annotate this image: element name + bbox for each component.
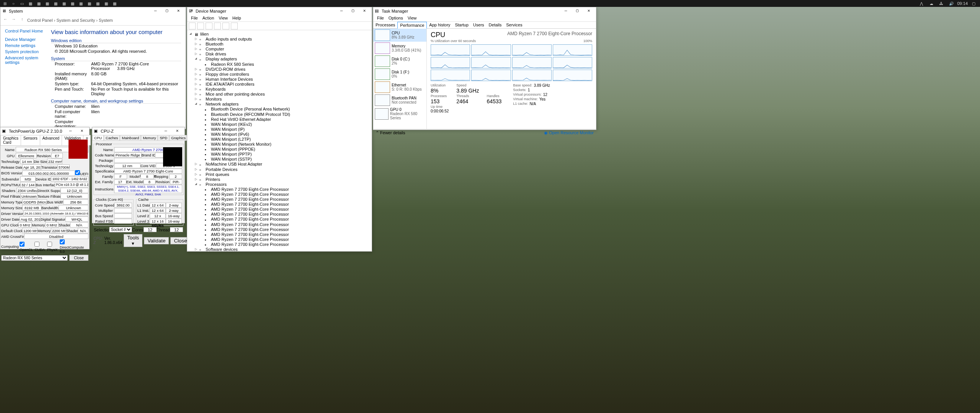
app-icon[interactable]: ▦: [52, 0, 59, 7]
tree-category[interactable]: ▫Disk drives: [194, 52, 370, 57]
tree-category[interactable]: ▫Software devices: [194, 247, 370, 251]
minimize-button[interactable]: —: [160, 127, 172, 135]
maximize-button[interactable]: ▢: [572, 7, 583, 15]
tree-category[interactable]: ▫Keyboards: [194, 87, 370, 92]
close-button[interactable]: ✕: [76, 127, 88, 135]
tree-category[interactable]: ▫DVD/CD-ROM drives: [194, 67, 370, 72]
sidebar-link[interactable]: Advanced system settings: [2, 55, 45, 65]
tree-item[interactable]: ▪AMD Ryzen 7 2700 Eight-Core Processor: [194, 187, 370, 192]
tool-icon[interactable]: [214, 23, 221, 29]
tree-category[interactable]: ▫IDE ATA/ATAPI controllers: [194, 82, 370, 87]
tab-cpu[interactable]: CPU: [92, 135, 104, 141]
tree-item[interactable]: ▪AMD Ryzen 7 2700 Eight-Core Processor: [194, 222, 370, 227]
minimize-button[interactable]: —: [560, 7, 572, 15]
app-icon[interactable]: ▦: [69, 0, 75, 7]
notifications-icon[interactable]: ▢: [970, 0, 977, 7]
app-icon[interactable]: ▦: [78, 0, 84, 7]
tree-category[interactable]: ▫Network adapters: [194, 102, 370, 107]
perf-side-d0[interactable]: Disk 0 (C:)2%: [373, 55, 426, 68]
tree-item[interactable]: ▪AMD Ryzen 7 2700 Eight-Core Processor: [194, 212, 370, 217]
tree-item[interactable]: ▪AMD Ryzen 7 2700 Eight-Core Processor: [194, 232, 370, 237]
back-icon[interactable]: ←: [2, 17, 9, 24]
minimize-button[interactable]: —: [65, 127, 76, 135]
forward-icon[interactable]: →: [10, 17, 17, 24]
sidebar-link[interactable]: System protection: [2, 49, 45, 55]
tree-item[interactable]: ▪AMD Ryzen 7 2700 Eight-Core Processor: [194, 227, 370, 232]
cortana-icon[interactable]: ○: [10, 0, 16, 7]
app-icon[interactable]: ▦: [111, 0, 118, 7]
tab[interactable]: Details: [487, 22, 504, 28]
tab[interactable]: Processes: [373, 22, 397, 28]
cuda-checkbox[interactable]: CUDA: [34, 242, 47, 252]
tree-item[interactable]: ▪WAN Miniport (Network Monitor): [194, 142, 370, 147]
menu-view[interactable]: View: [216, 15, 230, 21]
app-icon[interactable]: ▦: [86, 0, 92, 7]
network-icon[interactable]: 🖧: [938, 0, 944, 7]
tree-item[interactable]: ▪Bluetooth Device (RFCOMM Protocol TDI): [194, 112, 370, 117]
perf-side-d1[interactable]: Disk 1 (F:)0%: [373, 68, 426, 81]
tree-item[interactable]: ▪WAN Miniport (IKEv2): [194, 122, 370, 127]
app-icon[interactable]: ▦: [103, 0, 109, 7]
gpu-select[interactable]: Radeon RX 580 Series: [1, 255, 68, 261]
tools-button[interactable]: Tools ▾: [124, 234, 142, 247]
tree-item[interactable]: ▪AMD Ryzen 7 2700 Eight-Core Processor: [194, 197, 370, 202]
titlebar[interactable]: ▤ Task Manager —▢✕: [373, 7, 596, 15]
tree-item[interactable]: ▪WAN Miniport (L2TP): [194, 137, 370, 142]
titlebar[interactable]: ▣ TechPowerUp GPU-Z 2.10.0 —✕: [0, 127, 89, 135]
tree-root[interactable]: 🖥lilien: [189, 32, 370, 37]
tab-performance[interactable]: Performance: [397, 22, 427, 29]
app-icon[interactable]: ▦: [44, 0, 50, 7]
minimize-button[interactable]: —: [150, 7, 161, 15]
volume-icon[interactable]: 🔊: [948, 0, 954, 7]
tree-item[interactable]: ▪Bluetooth Device (Personal Area Network…: [194, 107, 370, 112]
fewer-details-toggle[interactable]: ⌃ Fewer details: [376, 130, 405, 135]
app-icon[interactable]: ▦: [61, 0, 67, 7]
forward-icon[interactable]: [197, 23, 204, 29]
menu-view[interactable]: View: [405, 15, 419, 21]
opencl-checkbox[interactable]: OpenCL: [20, 242, 34, 252]
menu-options[interactable]: Options: [386, 15, 405, 21]
tool-icon[interactable]: [222, 23, 229, 29]
tab[interactable]: SPD: [158, 135, 169, 141]
tab[interactable]: Sensors: [21, 135, 40, 145]
titlebar[interactable]: 🖥 System — ▢ ✕: [0, 7, 186, 15]
tree-category[interactable]: ▫Floppy drive controllers: [194, 72, 370, 77]
tree-item[interactable]: ▪Radeon RX 580 Series: [194, 62, 370, 67]
tab[interactable]: Graphics: [169, 135, 188, 141]
uefi-checkbox[interactable]: UEFI: [75, 170, 88, 176]
app-icon[interactable]: ▦: [36, 0, 42, 7]
close-button[interactable]: ✕: [583, 7, 595, 15]
tool-icon[interactable]: [206, 23, 212, 29]
physx-checkbox[interactable]: PhysX: [47, 242, 60, 252]
taskbar[interactable]: ⊞ ○ ▭ ▦ ▦ ▦ ▦ ▦ ▦ ▦ ▦ ▦ ▦ ▦ ⋀ ☁ 🖧 🔊 09:1…: [0, 0, 980, 7]
tree-category[interactable]: ▫Mice and other pointing devices: [194, 92, 370, 97]
tree-item[interactable]: ▪WAN Miniport (IPv6): [194, 132, 370, 137]
close-button[interactable]: ✕: [172, 127, 183, 135]
perf-side-mem[interactable]: Memory3.3/8.0 GB (41%): [373, 42, 426, 55]
tab[interactable]: Advanced: [40, 135, 62, 145]
tree-category[interactable]: ▫Display adapters: [194, 57, 370, 62]
tree-item[interactable]: ▪Red Hat VirtIO Ethernet Adapter: [194, 117, 370, 122]
tree-category[interactable]: ▫Portable Devices: [194, 167, 370, 172]
tree-item[interactable]: ▪WAN Miniport (PPPOE): [194, 147, 370, 152]
tree-item[interactable]: ▪AMD Ryzen 7 2700 Eight-Core Processor: [194, 242, 370, 247]
tree-item[interactable]: ▪AMD Ryzen 7 2700 Eight-Core Processor: [194, 207, 370, 212]
menu-help[interactable]: Help: [230, 15, 243, 21]
up-icon[interactable]: ↑: [19, 17, 26, 24]
tray-icon[interactable]: ⋀: [918, 0, 924, 7]
tree-item[interactable]: ▪AMD Ryzen 7 2700 Eight-Core Processor: [194, 217, 370, 222]
tree-category[interactable]: ▫Printers: [194, 177, 370, 182]
menu-action[interactable]: Action: [200, 15, 217, 21]
tree-item[interactable]: ▪WAN Miniport (SSTP): [194, 157, 370, 162]
menu-file[interactable]: File: [189, 15, 200, 21]
tool-icon[interactable]: [231, 23, 238, 29]
tree-category[interactable]: ▫Monitors: [194, 97, 370, 102]
device-tree[interactable]: 🖥lilien▫Audio inputs and outputs▫Bluetoo…: [187, 30, 372, 251]
sidebar-link[interactable]: Device Manager: [2, 36, 45, 42]
tree-item[interactable]: ▪WAN Miniport (PPTP): [194, 152, 370, 157]
tree-category[interactable]: ▫Bluetooth: [194, 42, 370, 47]
socket-select[interactable]: Socket #1: [109, 227, 132, 233]
maximize-button[interactable]: ▢: [347, 7, 359, 15]
tree-item[interactable]: ▪AMD Ryzen 7 2700 Eight-Core Processor: [194, 237, 370, 242]
perf-side-gpu[interactable]: GPU 0Radeon RX 580 Series: [373, 107, 426, 121]
